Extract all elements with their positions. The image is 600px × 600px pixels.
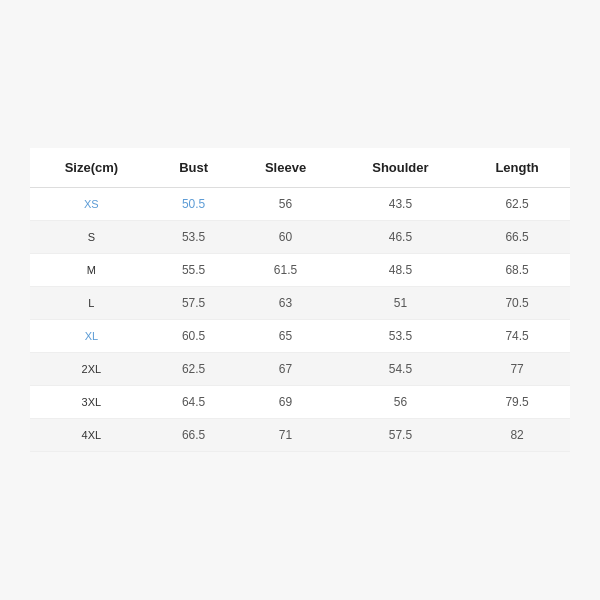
table-row: 3XL 64.5 69 56 79.5 [30,386,570,419]
cell-bust: 60.5 [153,320,235,353]
cell-sleeve: 61.5 [234,254,336,287]
cell-length: 66.5 [464,221,570,254]
cell-shoulder: 54.5 [337,353,465,386]
cell-sleeve: 56 [234,188,336,221]
cell-length: 70.5 [464,287,570,320]
cell-shoulder: 56 [337,386,465,419]
cell-size: S [30,221,153,254]
cell-sleeve: 69 [234,386,336,419]
cell-length: 77 [464,353,570,386]
cell-sleeve: 65 [234,320,336,353]
cell-size: L [30,287,153,320]
cell-shoulder: 57.5 [337,419,465,452]
cell-sleeve: 67 [234,353,336,386]
cell-sleeve: 63 [234,287,336,320]
table-row: XL 60.5 65 53.5 74.5 [30,320,570,353]
size-chart-container: Size(cm) Bust Sleeve Shoulder Length XS … [30,148,570,452]
header-sleeve: Sleeve [234,148,336,188]
header-bust: Bust [153,148,235,188]
size-chart-table: Size(cm) Bust Sleeve Shoulder Length XS … [30,148,570,452]
cell-size: M [30,254,153,287]
table-row: XS 50.5 56 43.5 62.5 [30,188,570,221]
header-length: Length [464,148,570,188]
cell-bust: 57.5 [153,287,235,320]
cell-length: 79.5 [464,386,570,419]
cell-size: 2XL [30,353,153,386]
cell-length: 68.5 [464,254,570,287]
cell-shoulder: 53.5 [337,320,465,353]
cell-length: 62.5 [464,188,570,221]
table-row: M 55.5 61.5 48.5 68.5 [30,254,570,287]
table-header-row: Size(cm) Bust Sleeve Shoulder Length [30,148,570,188]
cell-bust: 64.5 [153,386,235,419]
table-row: 4XL 66.5 71 57.5 82 [30,419,570,452]
cell-size: XS [30,188,153,221]
cell-length: 82 [464,419,570,452]
cell-length: 74.5 [464,320,570,353]
cell-shoulder: 48.5 [337,254,465,287]
cell-shoulder: 43.5 [337,188,465,221]
cell-sleeve: 71 [234,419,336,452]
cell-bust: 55.5 [153,254,235,287]
cell-bust: 66.5 [153,419,235,452]
table-row: S 53.5 60 46.5 66.5 [30,221,570,254]
header-size: Size(cm) [30,148,153,188]
table-row: 2XL 62.5 67 54.5 77 [30,353,570,386]
cell-bust: 50.5 [153,188,235,221]
cell-bust: 62.5 [153,353,235,386]
cell-size: 3XL [30,386,153,419]
cell-shoulder: 51 [337,287,465,320]
table-row: L 57.5 63 51 70.5 [30,287,570,320]
cell-sleeve: 60 [234,221,336,254]
cell-shoulder: 46.5 [337,221,465,254]
cell-bust: 53.5 [153,221,235,254]
header-shoulder: Shoulder [337,148,465,188]
cell-size: XL [30,320,153,353]
cell-size: 4XL [30,419,153,452]
